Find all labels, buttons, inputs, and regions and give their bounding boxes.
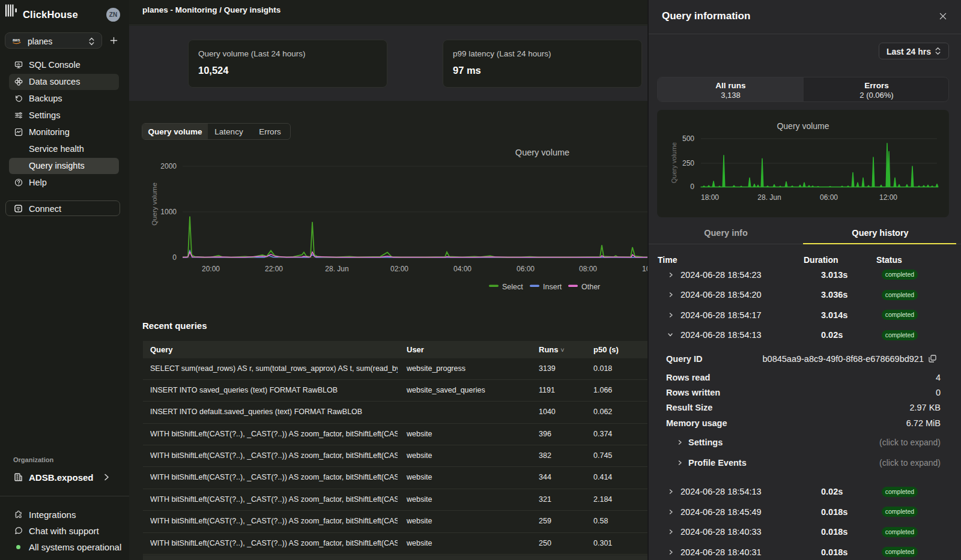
svg-text:Query volume: Query volume — [670, 142, 678, 183]
svg-text:Select: Select — [502, 283, 523, 291]
svg-text:06:00: 06:00 — [517, 265, 535, 273]
svg-text:1000: 1000 — [160, 208, 177, 216]
svg-text:02:00: 02:00 — [390, 265, 408, 273]
svg-text:08:00: 08:00 — [579, 265, 597, 273]
svg-text:28. Jun: 28. Jun — [325, 265, 348, 273]
svg-text:Query volume: Query volume — [515, 148, 569, 157]
svg-text:500: 500 — [682, 134, 694, 143]
svg-text:Query volume: Query volume — [151, 182, 158, 226]
svg-text:0: 0 — [172, 253, 177, 262]
svg-text:18:00: 18:00 — [701, 193, 719, 202]
svg-text:Insert: Insert — [543, 283, 562, 291]
svg-text:Other: Other — [581, 283, 600, 291]
svg-text:22:00: 22:00 — [265, 265, 283, 273]
svg-text:04:00: 04:00 — [453, 265, 471, 273]
svg-text:20:00: 20:00 — [202, 265, 220, 273]
svg-text:250: 250 — [682, 159, 694, 167]
svg-text:0: 0 — [690, 182, 694, 191]
svg-text:10:00: 10:00 — [642, 265, 647, 273]
svg-text:12:00: 12:00 — [879, 193, 897, 202]
svg-text:06:00: 06:00 — [820, 193, 838, 202]
svg-text:aws: aws — [13, 38, 20, 42]
svg-text:28. Jun: 28. Jun — [757, 193, 781, 202]
svg-text:2000: 2000 — [160, 162, 177, 170]
svg-text:Query volume: Query volume — [777, 121, 829, 131]
